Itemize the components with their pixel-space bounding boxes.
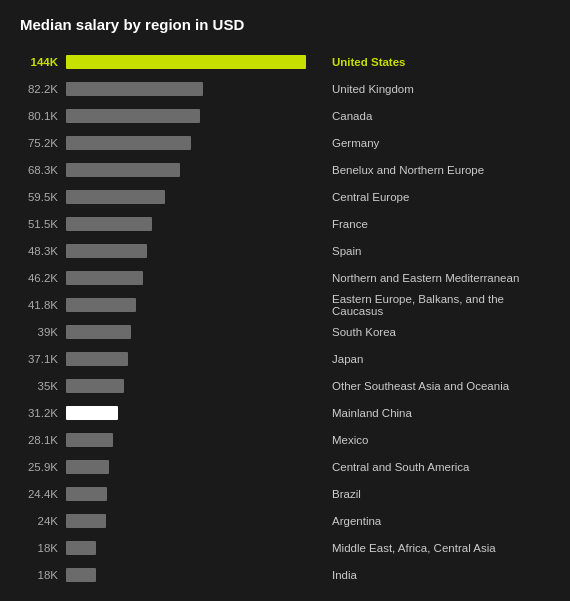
- table-row: 75.2KGermany: [20, 132, 550, 154]
- bar-wrapper: [66, 242, 326, 260]
- bar: [66, 325, 131, 339]
- value-label: 80.1K: [20, 110, 66, 122]
- value-label: 35K: [20, 380, 66, 392]
- bar-wrapper: [66, 80, 326, 98]
- bar: [66, 406, 118, 420]
- region-label: Benelux and Northern Europe: [326, 164, 484, 176]
- table-row: 46.2KNorthern and Eastern Mediterranean: [20, 267, 550, 289]
- value-label: 48.3K: [20, 245, 66, 257]
- bar: [66, 541, 96, 555]
- table-row: 31.2KMainland China: [20, 402, 550, 424]
- value-label: 28.1K: [20, 434, 66, 446]
- bar: [66, 136, 191, 150]
- region-label: Mexico: [326, 434, 368, 446]
- bar: [66, 82, 203, 96]
- region-label: Central and South America: [326, 461, 469, 473]
- table-row: 41.8KEastern Europe, Balkans, and the Ca…: [20, 294, 550, 316]
- table-row: 35KOther Southeast Asia and Oceania: [20, 375, 550, 397]
- value-label: 41.8K: [20, 299, 66, 311]
- bar-wrapper: [66, 404, 326, 422]
- value-label: 59.5K: [20, 191, 66, 203]
- bar: [66, 109, 200, 123]
- region-label: Germany: [326, 137, 379, 149]
- table-row: 28.1KMexico: [20, 429, 550, 451]
- table-row: 80.1KCanada: [20, 105, 550, 127]
- bar-wrapper: [66, 53, 326, 71]
- bar-wrapper: [66, 296, 326, 314]
- region-label: United Kingdom: [326, 83, 414, 95]
- table-row: 144KUnited States: [20, 51, 550, 73]
- bar-wrapper: [66, 377, 326, 395]
- value-label: 25.9K: [20, 461, 66, 473]
- value-label: 18K: [20, 569, 66, 581]
- bar: [66, 55, 306, 69]
- region-label: Northern and Eastern Mediterranean: [326, 272, 519, 284]
- bar-wrapper: [66, 215, 326, 233]
- bar: [66, 271, 143, 285]
- table-row: 82.2KUnited Kingdom: [20, 78, 550, 100]
- value-label: 144K: [20, 56, 66, 68]
- bar-wrapper: [66, 566, 326, 584]
- table-row: 18KMiddle East, Africa, Central Asia: [20, 537, 550, 559]
- value-label: 46.2K: [20, 272, 66, 284]
- region-label: Argentina: [326, 515, 381, 527]
- region-label: India: [326, 569, 357, 581]
- value-label: 39K: [20, 326, 66, 338]
- bar-wrapper: [66, 134, 326, 152]
- table-row: 68.3KBenelux and Northern Europe: [20, 159, 550, 181]
- bar: [66, 487, 107, 501]
- bar-wrapper: [66, 512, 326, 530]
- region-label: France: [326, 218, 368, 230]
- value-label: 24K: [20, 515, 66, 527]
- bar-wrapper: [66, 269, 326, 287]
- bar-wrapper: [66, 539, 326, 557]
- region-label: Central Europe: [326, 191, 409, 203]
- bar: [66, 379, 124, 393]
- bar-wrapper: [66, 431, 326, 449]
- region-label: United States: [326, 56, 406, 68]
- bar: [66, 190, 165, 204]
- table-row: 39KSouth Korea: [20, 321, 550, 343]
- bar-wrapper: [66, 188, 326, 206]
- value-label: 24.4K: [20, 488, 66, 500]
- table-row: 24KArgentina: [20, 510, 550, 532]
- bar-wrapper: [66, 458, 326, 476]
- table-row: 24.4KBrazil: [20, 483, 550, 505]
- bar: [66, 514, 106, 528]
- bar-wrapper: [66, 107, 326, 125]
- bar: [66, 568, 96, 582]
- value-label: 51.5K: [20, 218, 66, 230]
- bar: [66, 433, 113, 447]
- region-label: Japan: [326, 353, 363, 365]
- region-label: Eastern Europe, Balkans, and the Caucasu…: [326, 293, 550, 317]
- table-row: 18KIndia: [20, 564, 550, 586]
- bar: [66, 352, 128, 366]
- bar-wrapper: [66, 161, 326, 179]
- table-row: 59.5KCentral Europe: [20, 186, 550, 208]
- bar: [66, 244, 147, 258]
- bar: [66, 217, 152, 231]
- value-label: 75.2K: [20, 137, 66, 149]
- region-label: Other Southeast Asia and Oceania: [326, 380, 509, 392]
- bar-wrapper: [66, 485, 326, 503]
- bar: [66, 163, 180, 177]
- table-row: 51.5KFrance: [20, 213, 550, 235]
- bar-wrapper: [66, 323, 326, 341]
- table-row: 48.3KSpain: [20, 240, 550, 262]
- bar-wrapper: [66, 350, 326, 368]
- region-label: Mainland China: [326, 407, 412, 419]
- region-label: South Korea: [326, 326, 396, 338]
- value-label: 82.2K: [20, 83, 66, 95]
- bar: [66, 460, 109, 474]
- bars-container: 144KUnited States82.2KUnited Kingdom80.1…: [20, 51, 550, 586]
- value-label: 31.2K: [20, 407, 66, 419]
- value-label: 37.1K: [20, 353, 66, 365]
- bar: [66, 298, 136, 312]
- region-label: Canada: [326, 110, 372, 122]
- chart-container: Median salary by region in USD 144KUnite…: [0, 0, 570, 601]
- region-label: Spain: [326, 245, 361, 257]
- chart-title: Median salary by region in USD: [20, 16, 550, 33]
- value-label: 18K: [20, 542, 66, 554]
- table-row: 37.1KJapan: [20, 348, 550, 370]
- region-label: Brazil: [326, 488, 361, 500]
